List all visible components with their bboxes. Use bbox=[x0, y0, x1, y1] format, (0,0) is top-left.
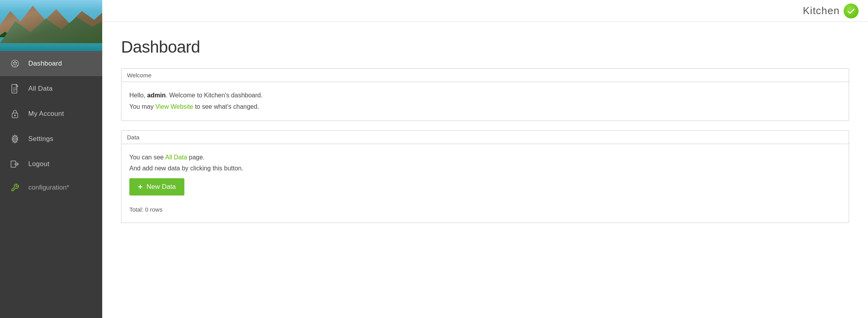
sidebar-hero-image bbox=[0, 0, 102, 51]
welcome-card: Welcome Hello, admin. Welcome to Kitchen… bbox=[121, 68, 849, 121]
logout-icon bbox=[9, 159, 20, 170]
all-data-link[interactable]: All Data bbox=[165, 154, 187, 161]
plus-icon: + bbox=[138, 183, 143, 191]
add-data-description: And add new data by clicking this button… bbox=[129, 163, 841, 174]
greeting-suffix: . Welcome to Kitchen's dashboard. bbox=[166, 92, 262, 99]
wrench-icon bbox=[9, 182, 20, 193]
settings-icon bbox=[9, 133, 20, 144]
data-card-body: You can see All Data page. And add new d… bbox=[121, 144, 849, 223]
dashboard-icon bbox=[9, 58, 20, 69]
data-description: You can see All Data page. bbox=[129, 152, 841, 163]
svg-point-2 bbox=[14, 61, 16, 63]
sidebar-item-dashboard[interactable]: Dashboard bbox=[0, 51, 102, 76]
sidebar-item-logout[interactable]: Logout bbox=[0, 152, 102, 177]
data-desc-suffix: page. bbox=[187, 154, 204, 161]
sidebar-logout-label: Logout bbox=[28, 160, 50, 168]
svg-point-11 bbox=[14, 138, 16, 140]
svg-rect-4 bbox=[14, 66, 16, 67]
welcome-greeting: Hello, admin. Welcome to Kitchen's dashb… bbox=[129, 90, 841, 101]
brand-checkmark-icon bbox=[844, 4, 859, 18]
sidebar-item-my-account[interactable]: My Account bbox=[0, 101, 102, 126]
topbar: Kitchen bbox=[102, 0, 868, 22]
view-website-line: You may View Website to see what's chang… bbox=[129, 101, 841, 113]
greeting-prefix: Hello, bbox=[129, 92, 147, 99]
sidebar-all-data-label: All Data bbox=[28, 85, 53, 93]
sidebar-dashboard-label: Dashboard bbox=[28, 60, 62, 68]
data-card-header: Data bbox=[121, 131, 849, 144]
lock-icon bbox=[9, 108, 20, 119]
file-icon bbox=[9, 83, 20, 94]
new-data-button[interactable]: + New Data bbox=[129, 178, 184, 196]
data-desc-prefix: You can see bbox=[129, 154, 165, 161]
username: admin bbox=[147, 92, 166, 99]
sidebar-item-partial[interactable]: configuration* bbox=[0, 177, 102, 199]
page-content: Dashboard Welcome Hello, admin. Welcome … bbox=[102, 22, 868, 318]
view-website-prefix: You may bbox=[129, 103, 155, 110]
welcome-card-body: Hello, admin. Welcome to Kitchen's dashb… bbox=[121, 82, 849, 121]
svg-point-3 bbox=[16, 62, 17, 64]
sidebar-settings-label: Settings bbox=[28, 135, 53, 143]
view-website-link[interactable]: View Website bbox=[155, 103, 193, 110]
view-website-suffix: to see what's changed. bbox=[193, 103, 259, 110]
main-content: Kitchen Dashboard Welcome Hello, admin. … bbox=[102, 0, 868, 318]
svg-point-10 bbox=[14, 115, 16, 116]
new-data-label: New Data bbox=[147, 183, 176, 191]
sidebar-item-settings[interactable]: Settings bbox=[0, 126, 102, 152]
sidebar-item-all-data[interactable]: All Data bbox=[0, 76, 102, 101]
sidebar-my-account-label: My Account bbox=[28, 110, 64, 118]
welcome-card-header: Welcome bbox=[121, 69, 849, 82]
sidebar: Dashboard All Data My Account bbox=[0, 0, 102, 318]
page-title: Dashboard bbox=[121, 38, 849, 57]
data-card: Data You can see All Data page. And add … bbox=[121, 130, 849, 223]
app-brand: Kitchen bbox=[803, 4, 859, 18]
sidebar-partial-label: configuration* bbox=[28, 184, 69, 192]
brand-name: Kitchen bbox=[803, 5, 840, 17]
svg-point-1 bbox=[13, 62, 15, 64]
total-rows: Total: 0 rows bbox=[129, 204, 841, 215]
